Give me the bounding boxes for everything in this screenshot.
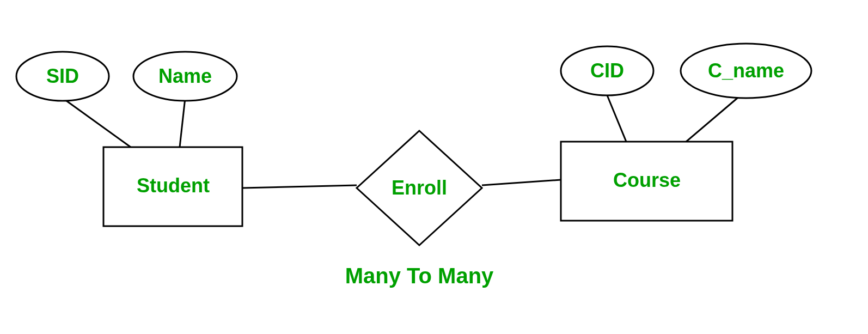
- connector-enroll-course: [482, 180, 561, 185]
- connector-name-student: [180, 98, 185, 147]
- connector-student-enroll: [242, 185, 357, 188]
- connector-sid-student: [63, 98, 131, 147]
- relationship-enroll-label: Enroll: [392, 177, 447, 199]
- attribute-sid-label: SID: [46, 65, 79, 87]
- attribute-name-label: Name: [158, 65, 212, 87]
- connector-cname-course: [686, 95, 741, 142]
- diagram-caption: Many To Many: [345, 264, 494, 288]
- attribute-cname-label: C_name: [708, 59, 784, 82]
- attribute-cid-label: CID: [590, 59, 624, 82]
- er-diagram: SID Name CID C_name Student Course Enrol…: [0, 0, 868, 334]
- entity-course-label: Course: [613, 169, 681, 191]
- connector-cid-course: [607, 95, 626, 142]
- entity-student-label: Student: [137, 174, 210, 197]
